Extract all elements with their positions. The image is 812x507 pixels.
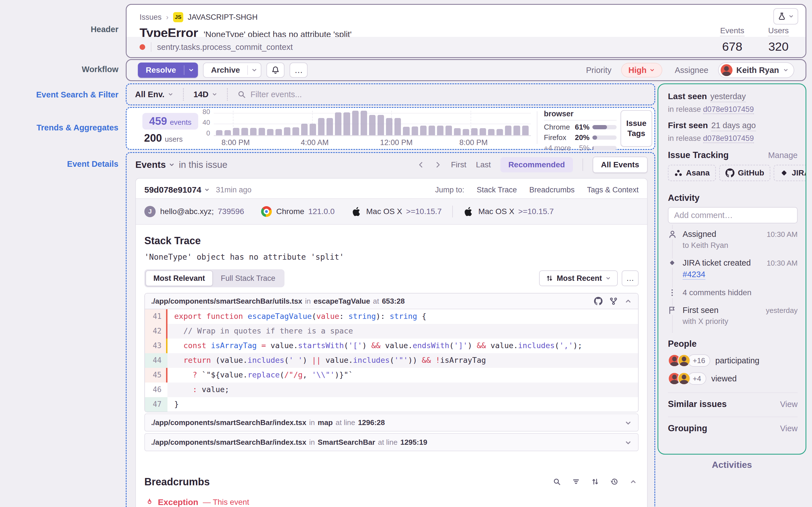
release-link[interactable]: d078e9107459 [703, 134, 754, 143]
view-link[interactable]: View [780, 400, 798, 409]
activity-item-time: 10:30 AM [767, 230, 798, 239]
sort-arrows-icon[interactable] [591, 478, 599, 486]
add-comment-input[interactable]: Add comment… [668, 207, 798, 223]
comment-placeholder: Add comment… [674, 211, 733, 220]
events-count-badge[interactable]: 459 events [142, 113, 198, 129]
events-stat-label[interactable]: Events [720, 26, 744, 36]
expand-frame-button[interactable] [624, 418, 632, 427]
breadcrumb-exception-row[interactable]: Exception — This event [146, 497, 249, 507]
integration-github[interactable]: GitHub [719, 165, 770, 181]
date-range-value: 14D [193, 90, 208, 99]
activity-item-title: 4 comments hidden [682, 288, 751, 297]
filter-icon[interactable] [572, 478, 580, 486]
stack-frame-collapsed[interactable]: ./app/components/smartSearchBar/index.ts… [144, 413, 639, 432]
integration-label: JIRA [792, 168, 806, 177]
archive-button[interactable]: Archive [203, 62, 261, 78]
last-seen-value[interactable]: yesterday [710, 92, 746, 102]
user-chip[interactable]: hello@abc.xyz; 739596 [160, 207, 244, 216]
jump-link[interactable]: Tags & Context [587, 186, 639, 194]
annotation-details: Event Details [11, 159, 118, 169]
resolve-button-label[interactable]: Resolve [138, 62, 184, 78]
search-icon[interactable] [553, 478, 561, 486]
users-stat-label[interactable]: Users [768, 26, 789, 36]
people-rows: +16participating+4viewed [668, 354, 798, 385]
priority-dropdown[interactable]: High [621, 63, 662, 77]
browser-chip[interactable]: Chrome 121.0.0 [276, 207, 335, 216]
chevron-left-icon[interactable] [417, 161, 424, 168]
events-dropdown[interactable]: Events [135, 159, 175, 170]
subscribe-bell-button[interactable] [266, 62, 285, 78]
people-count-badge[interactable]: +16 [688, 354, 710, 367]
assignee-dropdown[interactable]: Keith Ryan [718, 62, 794, 78]
resolve-dropdown-button[interactable] [185, 62, 198, 78]
breadcrumb-issues[interactable]: Issues [140, 13, 161, 22]
resolve-button[interactable]: Resolve [138, 62, 198, 78]
os-chip-2[interactable]: Mac OS X >=10.15.7 [478, 207, 554, 216]
chart-bar [216, 130, 222, 135]
line-number: 44 [145, 353, 167, 368]
experiment-flask-button[interactable] [773, 8, 798, 24]
activity-item: JIRA ticket created10:30 AM#4234 [668, 258, 798, 280]
search-input[interactable]: Filter events... [238, 90, 302, 99]
issue-tags-line2: Tags [627, 128, 645, 138]
jump-link[interactable]: Stack Trace [477, 186, 517, 194]
browser-row[interactable]: +4 more5% [544, 144, 617, 152]
tab-full-stack-trace[interactable]: Full Stack Trace [213, 270, 283, 286]
sidebar-link-label: Similar issues [668, 399, 727, 409]
chart-bar [335, 112, 342, 135]
history-clock-icon[interactable] [610, 478, 618, 486]
person-icon [668, 230, 677, 239]
integration-asana[interactable]: Asana [668, 165, 716, 181]
git-fork-icon[interactable] [609, 297, 618, 305]
chevron-down-icon [212, 92, 217, 97]
jira-ticket-link[interactable]: #4234 [682, 270, 705, 280]
browser-row[interactable]: Firefox20% [544, 133, 617, 142]
chart-bar [343, 112, 350, 135]
browser-row[interactable]: Chrome61% [544, 123, 617, 131]
users-count-badge[interactable]: 200 users [144, 132, 183, 144]
users-stat: Users 320 [762, 26, 795, 54]
code-content: } [167, 397, 179, 412]
search-placeholder: Filter events... [250, 90, 302, 99]
x-axis-label: 8:00 PM [221, 138, 250, 147]
divider [151, 42, 151, 52]
chart-bar [412, 126, 418, 135]
date-range-dropdown[interactable]: 14D [193, 90, 217, 99]
chevron-up-icon[interactable] [629, 478, 637, 485]
chevron-up-icon[interactable] [624, 297, 632, 305]
environment-dropdown[interactable]: All Env. [135, 90, 173, 99]
sort-dropdown[interactable]: Most Recent [539, 270, 618, 286]
event-id-dropdown[interactable]: 59d078e91074 [144, 185, 210, 194]
manage-link[interactable]: Manage [768, 151, 798, 160]
archive-dropdown-button[interactable] [248, 63, 261, 77]
first-event-link[interactable]: First [451, 160, 466, 169]
archive-button-label[interactable]: Archive [204, 63, 247, 77]
stack-frame-collapsed[interactable]: ./app/components/smartSearchBar/index.ts… [144, 433, 639, 451]
os-chip[interactable]: Mac OS X >=10.15.7 [366, 207, 442, 216]
more-actions-button[interactable]: … [290, 62, 308, 78]
all-events-button[interactable]: All Events [593, 157, 648, 173]
chevron-down-icon [788, 13, 794, 19]
culprit-path: sentry.tasks.process_commit_context [157, 43, 293, 52]
stack-frame-header[interactable]: ./app/components/smartSearchBar/utils.ts… [145, 293, 638, 309]
integration-jira[interactable]: JIRA [774, 165, 806, 181]
stack-trace-more-button[interactable]: … [622, 270, 639, 286]
x-axis-label: 4:00 AM [301, 138, 329, 147]
release-link[interactable]: d078e9107459 [703, 105, 754, 114]
frame-at: at line [378, 438, 398, 447]
recommended-tab[interactable]: Recommended [500, 157, 573, 172]
code-lines: 41export function escapeTagValue(value: … [145, 309, 638, 412]
jump-link[interactable]: Breadcrumbs [529, 186, 574, 194]
first-seen-label: First seen [668, 121, 708, 130]
annotation-activities: Activities [658, 460, 806, 470]
issue-tags-button[interactable]: Issue Tags [620, 110, 652, 147]
last-event-link[interactable]: Last [476, 160, 491, 169]
github-icon[interactable] [594, 297, 603, 305]
annotation-workflow: Workflow [11, 65, 118, 74]
chevron-right-icon[interactable] [434, 161, 442, 168]
tab-most-relevant[interactable]: Most Relevant [146, 270, 213, 286]
breadcrumb-project[interactable]: JAVASCRIPT-SHGH [188, 13, 258, 22]
expand-frame-button[interactable] [624, 438, 632, 447]
view-link[interactable]: View [780, 424, 798, 433]
first-seen-value[interactable]: 21 days ago [711, 121, 756, 131]
